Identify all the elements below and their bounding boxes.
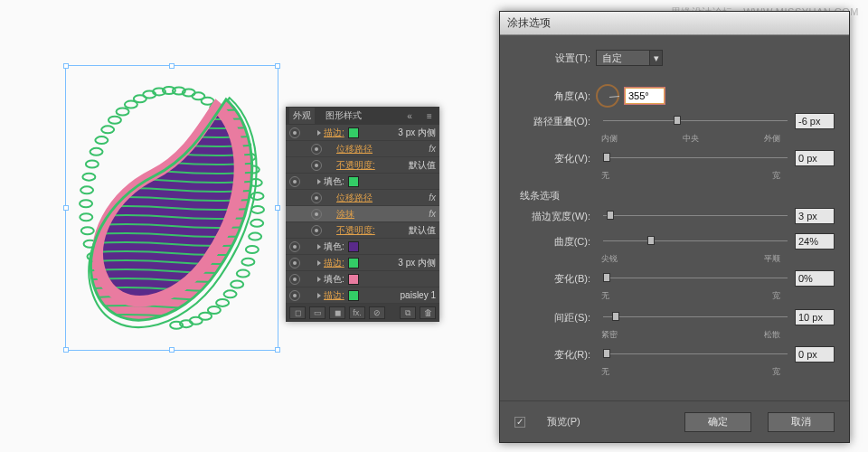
appearance-row[interactable]: 涂抹fx	[286, 206, 439, 222]
spacing-slider[interactable]	[603, 309, 788, 325]
strokew-label: 描边宽度(W):	[514, 210, 596, 223]
color-swatch[interactable]	[348, 258, 359, 268]
variation3-input[interactable]: 0 px	[795, 346, 835, 363]
row-label: 描边:	[324, 127, 344, 139]
disclosure-icon[interactable]	[317, 179, 321, 184]
disclosure-icon[interactable]	[317, 244, 321, 250]
visibility-icon[interactable]	[289, 176, 300, 187]
disclosure-icon[interactable]	[317, 277, 321, 282]
variation2-label: 变化(B):	[514, 272, 596, 286]
variation2-slider[interactable]	[603, 270, 788, 287]
duplicate-btn[interactable]: ⧉	[400, 306, 416, 319]
fx-icon[interactable]: fx	[429, 144, 436, 154]
ok-button[interactable]: 确定	[684, 412, 751, 432]
fx-icon[interactable]: fx	[429, 193, 436, 202]
variation2-ticks: 无宽	[601, 290, 835, 302]
visibility-icon[interactable]	[289, 274, 300, 285]
strokew-slider[interactable]	[603, 208, 788, 224]
visibility-icon[interactable]	[311, 225, 322, 236]
variation3-ticks: 无宽	[601, 366, 835, 378]
appearance-row[interactable]: 填色:	[286, 271, 439, 287]
visibility-icon[interactable]	[311, 160, 322, 171]
row-extra: 默认值	[409, 159, 436, 172]
visibility-icon[interactable]	[311, 193, 322, 203]
appearance-row[interactable]: 位移路径fx	[286, 141, 439, 157]
angle-input[interactable]: 355°	[625, 88, 665, 104]
tab-graphicstyles[interactable]: 图形样式	[322, 108, 365, 124]
panel-menu-icon[interactable]: ≡	[423, 109, 436, 122]
tab-appearance[interactable]: 外观	[289, 108, 315, 124]
visibility-icon[interactable]	[289, 258, 300, 268]
color-swatch[interactable]	[348, 241, 359, 252]
preview-checkbox[interactable]: ✓	[514, 417, 525, 428]
visibility-icon[interactable]	[289, 127, 300, 138]
variation2-input[interactable]: 0%	[795, 270, 835, 287]
angle-label: 角度(A):	[514, 89, 596, 103]
add-fill-btn[interactable]: ◼	[329, 306, 345, 319]
handle-bm[interactable]	[169, 347, 175, 353]
variation1-slider[interactable]	[603, 150, 788, 166]
curv-input[interactable]: 24%	[795, 233, 835, 250]
appearance-row[interactable]: 填色:	[286, 174, 439, 190]
selection-bbox	[65, 65, 278, 351]
curv-label: 曲度(C):	[514, 235, 596, 249]
handle-tm[interactable]	[169, 63, 175, 69]
visibility-icon[interactable]	[289, 241, 300, 252]
overlap-label: 路径重叠(O):	[514, 115, 596, 128]
settings-label: 设置(T):	[514, 52, 596, 65]
panel-tabs: 外观 图形样式 « ≡	[286, 107, 439, 125]
add-stroke-btn[interactable]: ▭	[309, 306, 326, 319]
appearance-row[interactable]: 不透明度:默认值	[286, 157, 439, 174]
overlap-slider[interactable]	[603, 113, 788, 129]
preview-label: 预览(P)	[547, 415, 580, 428]
appearance-row[interactable]: 描边:paisley 1	[286, 287, 439, 304]
spacing-label: 间距(S):	[514, 311, 596, 325]
add-effect-btn[interactable]: fx.	[349, 306, 365, 319]
chevron-down-icon[interactable]: ▾	[650, 50, 663, 66]
color-swatch[interactable]	[348, 127, 359, 138]
fx-icon[interactable]: fx	[429, 209, 436, 219]
variation3-slider[interactable]	[603, 346, 788, 363]
color-swatch[interactable]	[348, 176, 359, 187]
curv-ticks: 尖锐平顺	[601, 253, 835, 265]
row-label: 描边:	[324, 257, 344, 269]
clear-btn[interactable]: ⊘	[369, 306, 385, 319]
row-label: 涂抹	[336, 208, 354, 221]
disclosure-icon[interactable]	[317, 130, 321, 136]
line-options-title: 线条选项	[520, 189, 835, 202]
handle-tl[interactable]	[63, 63, 69, 69]
visibility-icon[interactable]	[289, 290, 300, 301]
overlap-input[interactable]: -6 px	[795, 113, 835, 129]
handle-br[interactable]	[275, 347, 280, 353]
panel-toolbar: ◻ ▭ ◼ fx. ⊘ ⧉ 🗑	[286, 304, 439, 322]
disclosure-icon[interactable]	[317, 260, 321, 266]
trash-btn[interactable]: 🗑	[420, 306, 436, 319]
handle-ml[interactable]	[63, 205, 69, 211]
settings-select[interactable]: 自定	[596, 50, 650, 66]
row-label: 填色:	[324, 273, 344, 286]
visibility-icon[interactable]	[311, 209, 322, 220]
appearance-row[interactable]: 不透明度:默认值	[286, 222, 439, 239]
row-extra: paisley 1	[401, 290, 436, 300]
disclosure-icon[interactable]	[317, 293, 321, 298]
variation1-ticks: 无宽	[601, 170, 835, 182]
visibility-icon[interactable]	[311, 144, 322, 155]
cancel-button[interactable]: 取消	[768, 412, 835, 432]
color-swatch[interactable]	[348, 274, 359, 285]
canvas-artwork[interactable]	[72, 72, 271, 344]
handle-mr[interactable]	[275, 205, 280, 211]
strokew-input[interactable]: 3 px	[795, 208, 835, 224]
angle-dial[interactable]	[596, 84, 619, 108]
curv-slider[interactable]	[603, 233, 788, 250]
appearance-row[interactable]: 描边:3 px 内侧	[286, 255, 439, 271]
new-art-btn[interactable]: ◻	[289, 306, 306, 319]
variation1-input[interactable]: 0 px	[795, 150, 835, 166]
appearance-row[interactable]: 填色:	[286, 239, 439, 255]
handle-bl[interactable]	[63, 347, 69, 353]
appearance-row[interactable]: 位移路径fx	[286, 190, 439, 206]
color-swatch[interactable]	[348, 290, 359, 301]
spacing-input[interactable]: 10 px	[795, 309, 835, 325]
panel-collapse-icon[interactable]: «	[403, 109, 416, 122]
appearance-row[interactable]: 描边:3 px 内侧	[286, 125, 439, 141]
handle-tr[interactable]	[275, 63, 280, 69]
